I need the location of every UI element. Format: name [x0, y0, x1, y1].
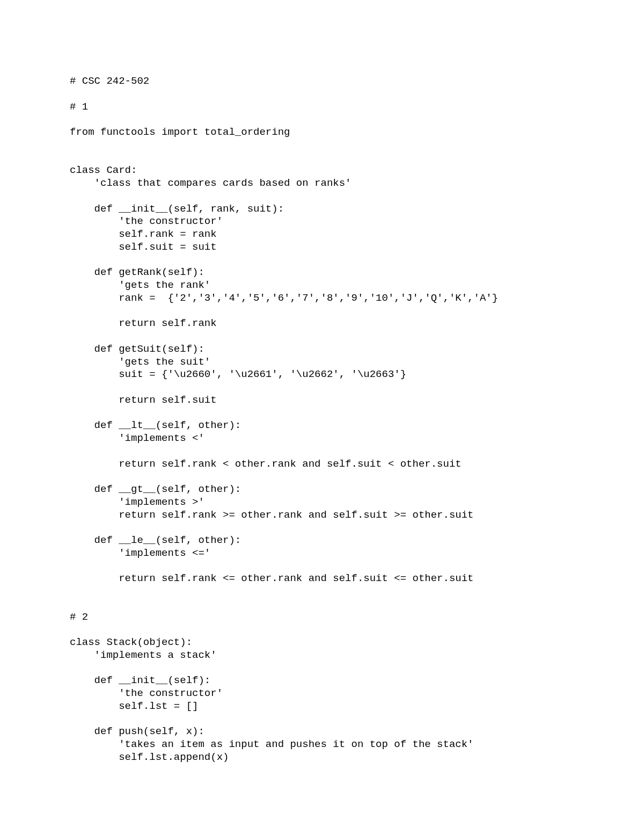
- code-line: 'the constructor': [70, 215, 574, 228]
- code-line: [70, 381, 574, 394]
- code-line: [70, 139, 574, 152]
- code-line: suit = {'\u2660', '\u2661', '\u2662', '\…: [70, 368, 574, 381]
- code-line: class Stack(object):: [70, 636, 574, 649]
- code-line: [70, 713, 574, 726]
- code-line: [70, 305, 574, 318]
- code-line: [70, 470, 574, 483]
- code-line: from functools import total_ordering: [70, 126, 574, 139]
- code-line: [70, 254, 574, 267]
- code-line: def getRank(self):: [70, 266, 574, 279]
- code-line: return self.rank <= other.rank and self.…: [70, 572, 574, 585]
- code-line: # 1: [70, 101, 574, 114]
- code-line: [70, 190, 574, 203]
- code-line: def __gt__(self, other):: [70, 483, 574, 496]
- code-line: [70, 88, 574, 101]
- code-line: 'implements a stack': [70, 649, 574, 662]
- code-line: 'takes an item as input and pushes it on…: [70, 738, 574, 751]
- code-line: return self.rank: [70, 317, 574, 330]
- code-line: self.rank = rank: [70, 228, 574, 241]
- code-line: def getSuit(self):: [70, 343, 574, 356]
- code-line: [70, 585, 574, 598]
- code-line: def push(self, x):: [70, 726, 574, 738]
- code-line: 'gets the suit': [70, 356, 574, 369]
- code-line: [70, 623, 574, 636]
- code-line: return self.rank >= other.rank and self.…: [70, 509, 574, 522]
- code-line: [70, 330, 574, 343]
- code-line: class Card:: [70, 164, 574, 177]
- code-line: 'implements <': [70, 432, 574, 445]
- code-line: # 2: [70, 611, 574, 624]
- code-line: 'implements >': [70, 496, 574, 509]
- code-line: [70, 152, 574, 165]
- code-line: [70, 113, 574, 126]
- code-line: [70, 445, 574, 458]
- code-line: self.suit = suit: [70, 241, 574, 254]
- code-line: self.lst.append(x): [70, 751, 574, 764]
- code-line: def __le__(self, other):: [70, 534, 574, 547]
- code-block: # CSC 242-502 # 1 from functools import …: [70, 75, 574, 764]
- code-line: [70, 521, 574, 534]
- code-line: 'implements <=': [70, 547, 574, 560]
- code-line: self.lst = []: [70, 700, 574, 713]
- code-line: def __lt__(self, other):: [70, 419, 574, 432]
- code-line: def __init__(self, rank, suit):: [70, 203, 574, 216]
- code-line: 'gets the rank': [70, 279, 574, 292]
- code-line: return self.rank < other.rank and self.s…: [70, 458, 574, 471]
- code-line: [70, 662, 574, 675]
- code-line: [70, 560, 574, 573]
- code-line: # CSC 242-502: [70, 75, 574, 88]
- code-line: rank = {'2','3','4','5','6','7','8','9',…: [70, 292, 574, 305]
- code-line: return self.suit: [70, 394, 574, 407]
- code-line: [70, 407, 574, 420]
- code-line: 'class that compares cards based on rank…: [70, 177, 574, 190]
- code-line: 'the constructor': [70, 687, 574, 700]
- code-line: [70, 598, 574, 611]
- code-line: def __init__(self):: [70, 675, 574, 687]
